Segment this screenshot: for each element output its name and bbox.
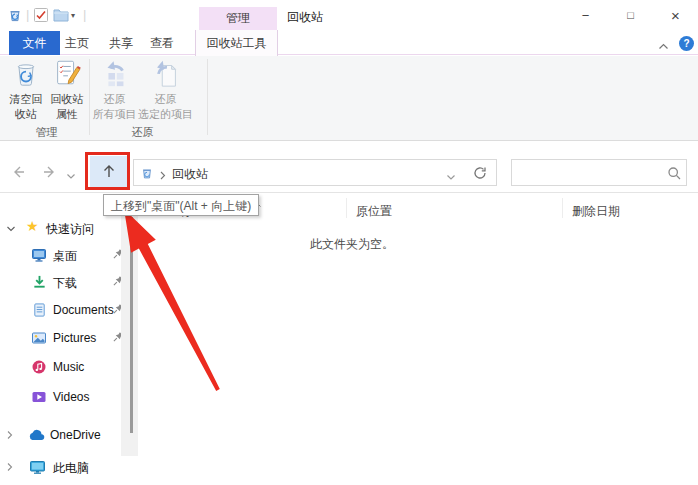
button-label: 选定的项目	[138, 108, 193, 121]
forward-icon[interactable]	[40, 163, 58, 184]
sidebar-scrollbar-thumb[interactable]	[130, 217, 133, 433]
button-label: 属性	[56, 108, 78, 121]
annotation-highlight-box	[85, 152, 130, 190]
button-label: 回收站	[51, 93, 84, 106]
empty-folder-message: 此文件夹为空。	[310, 236, 394, 253]
title-bar: | ▾ | 管理 回收站 − □ ×	[0, 0, 698, 30]
tab-view[interactable]: 查看	[144, 31, 180, 55]
column-separator[interactable]	[346, 198, 347, 218]
sidebar-item-label: 下载	[53, 275, 77, 292]
tab-home[interactable]: 主页	[59, 31, 95, 55]
onedrive-icon	[27, 429, 46, 444]
address-dropdown-icon[interactable]	[446, 170, 456, 184]
recent-locations-dropdown-icon[interactable]	[66, 169, 76, 183]
button-label: 还原	[104, 93, 126, 106]
explorer-window: | ▾ | 管理 回收站 − □ × 文件 主页 共享 查看 回收站工具 ? 清…	[0, 0, 698, 485]
qat-properties-icon[interactable]	[33, 7, 49, 26]
sidebar-item-documents[interactable]: Documents	[0, 298, 120, 322]
empty-recycle-bin-icon	[11, 58, 41, 91]
button-label: 清空回	[10, 93, 43, 106]
downloads-icon	[32, 274, 47, 293]
this-pc-icon	[29, 459, 46, 478]
qat-separator: |	[83, 7, 86, 22]
recycle-bin-icon	[140, 166, 154, 183]
chevron-right-icon[interactable]	[6, 461, 14, 475]
sidebar-item-quick-access[interactable]: ★ 快速访问	[0, 216, 120, 240]
qat-new-folder-icon[interactable]	[53, 8, 69, 25]
breadcrumb-chevron-icon[interactable]	[160, 169, 166, 183]
videos-icon	[31, 389, 47, 408]
group-separator	[207, 59, 208, 135]
search-icon	[667, 166, 682, 184]
column-header-original-location[interactable]: 原位置	[356, 203, 392, 220]
button-label: 收站	[15, 108, 37, 121]
restore-selected-items-icon	[151, 58, 181, 91]
button-label: 所有项目	[93, 108, 137, 121]
document-icon	[32, 302, 47, 321]
sidebar-item-label: Videos	[53, 390, 89, 404]
search-input[interactable]	[518, 163, 658, 182]
close-button[interactable]: ×	[653, 0, 698, 30]
up-button-tooltip: 上移到"桌面"(Alt + 向上键)	[103, 194, 259, 216]
window-title: 回收站	[287, 9, 323, 26]
maximize-button[interactable]: □	[608, 0, 653, 30]
ribbon-group-label-restore: 还原	[92, 125, 193, 140]
star-icon: ★	[26, 218, 39, 234]
empty-recycle-bin-button[interactable]: 清空回 收站	[5, 58, 47, 120]
tab-file[interactable]: 文件	[9, 31, 60, 55]
restore-all-items-button[interactable]: 还原 所有项目	[92, 58, 137, 120]
group-separator	[89, 59, 90, 135]
chevron-down-icon[interactable]	[6, 222, 16, 236]
sidebar-item-videos[interactable]: Videos	[0, 385, 120, 409]
restore-all-items-icon	[100, 58, 130, 91]
refresh-icon[interactable]	[472, 165, 488, 184]
tab-share[interactable]: 共享	[103, 31, 139, 55]
recycle-bin-icon	[7, 7, 23, 26]
tab-recycle-bin-tools[interactable]: 回收站工具	[195, 30, 278, 56]
column-header-date-deleted[interactable]: 删除日期	[572, 203, 620, 220]
desktop-icon	[31, 247, 47, 266]
minimize-button[interactable]: −	[563, 0, 608, 30]
sidebar-item-label: OneDrive	[50, 428, 101, 442]
recycle-bin-properties-button[interactable]: 回收站 属性	[47, 58, 87, 120]
qat-dropdown-icon[interactable]: ▾	[71, 11, 75, 20]
sidebar-item-desktop[interactable]: 桌面	[0, 243, 120, 267]
column-separator[interactable]	[562, 198, 563, 218]
breadcrumb-segment[interactable]: 回收站	[172, 166, 208, 183]
pictures-icon	[31, 330, 47, 349]
sidebar-item-label: 桌面	[53, 248, 77, 265]
sidebar-item-onedrive[interactable]: OneDrive	[0, 423, 120, 447]
help-icon[interactable]: ?	[679, 36, 694, 51]
chevron-right-icon[interactable]	[6, 429, 14, 443]
recycle-bin-properties-icon	[52, 58, 82, 91]
qat-separator: |	[26, 7, 29, 22]
sidebar-item-downloads[interactable]: 下载	[0, 270, 120, 294]
sidebar-item-label: Music	[53, 360, 84, 374]
sidebar-item-music[interactable]: Music	[0, 355, 120, 379]
music-icon	[31, 359, 47, 378]
address-bar[interactable]: 回收站	[133, 159, 497, 186]
restore-selected-items-button[interactable]: 还原 选定的项目	[138, 58, 193, 120]
sidebar-item-label: Documents	[53, 303, 114, 317]
sidebar-item-label: 快速访问	[46, 221, 94, 238]
sidebar-item-this-pc[interactable]: 此电脑	[0, 455, 120, 479]
contextual-tab-header: 管理	[199, 7, 277, 30]
ribbon-group-label-manage: 管理	[5, 125, 88, 140]
collapse-ribbon-icon[interactable]	[658, 39, 669, 53]
back-icon[interactable]	[10, 163, 28, 184]
sidebar-item-label: Pictures	[53, 331, 96, 345]
search-box[interactable]	[511, 159, 687, 186]
button-label: 还原	[155, 93, 177, 106]
sidebar-item-label: 此电脑	[53, 460, 89, 477]
sidebar-item-pictures[interactable]: Pictures	[0, 326, 120, 350]
